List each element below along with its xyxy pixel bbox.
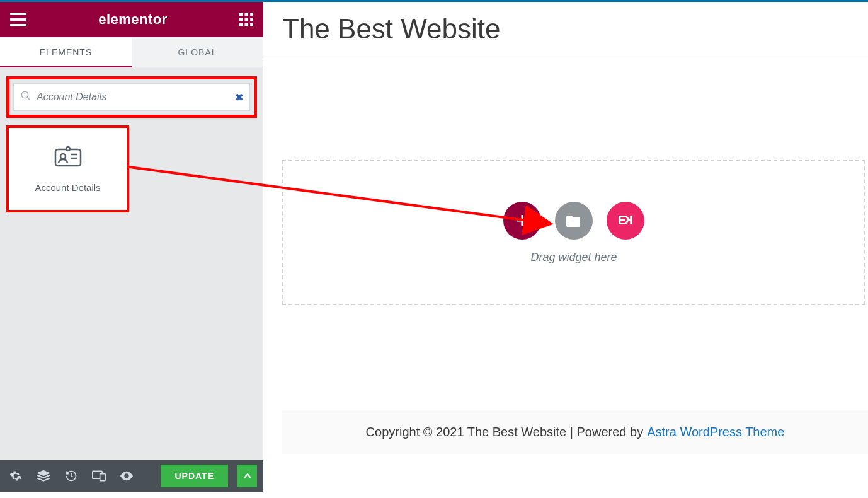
ek-k-glyph: K (625, 213, 632, 228)
dropzone-hint: Drag widget here (530, 251, 617, 264)
page-title: The Best Website (282, 13, 868, 45)
panel-tabs: ELEMENTS GLOBAL (0, 37, 263, 67)
elementor-panel: elementor ELEMENTS GLOBAL ✖ (0, 2, 263, 460)
update-options-caret[interactable] (237, 465, 257, 487)
add-section-button[interactable] (503, 202, 541, 240)
svg-rect-0 (10, 13, 26, 15)
search-input[interactable] (37, 91, 230, 103)
dropzone-buttons: EK (503, 202, 644, 240)
svg-rect-6 (239, 18, 243, 21)
svg-rect-7 (245, 18, 248, 21)
svg-rect-1 (10, 18, 26, 21)
site-footer: Copyright © 2021 The Best Website | Powe… (282, 410, 868, 454)
svg-point-12 (21, 91, 28, 98)
id-card-icon (54, 146, 82, 171)
search-icon (20, 90, 31, 104)
tab-global[interactable]: GLOBAL (132, 37, 263, 67)
update-button[interactable]: UPDATE (161, 465, 228, 487)
widget-label: Account Details (35, 182, 100, 193)
svg-rect-20 (100, 474, 105, 481)
title-separator (263, 59, 868, 59)
svg-rect-9 (239, 23, 243, 26)
elementor-logo: elementor (98, 11, 168, 28)
widget-result-highlight: Account Details (6, 125, 129, 212)
search-highlight-box: ✖ (6, 76, 257, 118)
svg-rect-3 (239, 13, 243, 16)
preview-icon[interactable] (117, 466, 136, 485)
panel-header: elementor (0, 2, 263, 37)
footer-theme-link[interactable]: Astra WordPress Theme (647, 425, 784, 439)
svg-point-15 (60, 154, 66, 159)
ek-e-glyph: E (618, 213, 625, 228)
navigator-icon[interactable] (34, 466, 53, 485)
svg-point-18 (66, 147, 70, 151)
history-icon[interactable] (62, 466, 81, 485)
add-template-button[interactable] (555, 202, 593, 240)
svg-rect-5 (250, 13, 253, 16)
svg-line-13 (27, 97, 30, 100)
svg-rect-11 (250, 23, 253, 26)
tab-elements[interactable]: ELEMENTS (0, 37, 132, 67)
apps-grid-icon[interactable] (239, 13, 253, 26)
widget-account-details[interactable]: Account Details (9, 128, 127, 210)
responsive-icon[interactable] (89, 466, 108, 485)
footer-text: Copyright © 2021 The Best Website | Powe… (366, 425, 644, 439)
hamburger-icon[interactable] (10, 13, 26, 26)
svg-rect-8 (250, 18, 253, 21)
widget-search[interactable]: ✖ (13, 83, 250, 111)
clear-search-icon[interactable]: ✖ (235, 91, 243, 103)
elementskit-button[interactable]: EK (607, 202, 644, 240)
window-top-accent (0, 0, 868, 2)
svg-rect-4 (245, 13, 248, 16)
svg-rect-2 (10, 24, 26, 26)
settings-icon[interactable] (6, 466, 25, 485)
empty-section-dropzone[interactable]: EK Drag widget here (282, 160, 865, 305)
panel-footer: UPDATE (0, 460, 263, 492)
svg-rect-10 (245, 23, 248, 26)
